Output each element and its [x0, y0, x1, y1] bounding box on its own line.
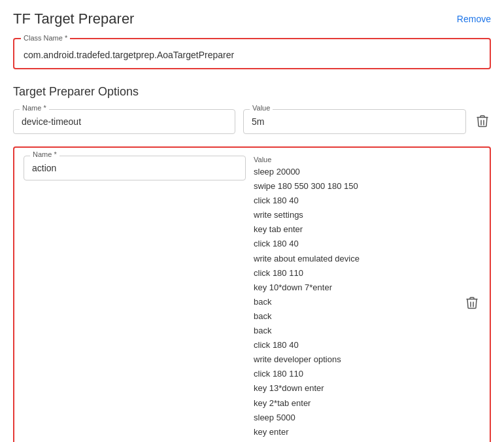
value-label-1: Value [250, 104, 273, 112]
option-value-field-1: Value [243, 109, 466, 134]
option-row-2: Name * Value sleep 20000 swipe 180 550 3… [13, 146, 491, 442]
name-label-2: Name * [30, 150, 59, 158]
name-input-2[interactable] [24, 156, 246, 180]
class-name-label: Class Name * [21, 34, 70, 42]
value-text-2: sleep 20000 swipe 180 550 300 180 150 cl… [254, 165, 456, 442]
options-section: Target Preparer Options Name * Value Nam… [13, 85, 491, 442]
name-label-1: Name * [20, 104, 49, 112]
delete-button-1[interactable] [474, 109, 491, 136]
delete-button-2[interactable] [463, 291, 480, 318]
class-name-value: com.android.tradefed.targetprep.AoaTarge… [24, 47, 480, 60]
value-input-1[interactable] [243, 109, 466, 134]
page-header: TF Target Preparer Remove [13, 10, 491, 27]
option-row-1: Name * Value [13, 109, 491, 136]
value-label-2: Value [254, 156, 456, 163]
class-name-section: Class Name * com.android.tradefed.target… [13, 38, 491, 69]
option-name-field-2: Name * [24, 156, 246, 180]
trash-icon-2 [466, 296, 478, 309]
option-name-field-1: Name * [13, 109, 235, 134]
option-value-field-2: Value sleep 20000 swipe 180 550 300 180 … [254, 156, 456, 442]
page-title: TF Target Preparer [13, 10, 134, 27]
name-input-1[interactable] [13, 109, 235, 134]
remove-link[interactable]: Remove [457, 14, 491, 24]
section-title: Target Preparer Options [13, 85, 491, 99]
trash-icon-1 [477, 114, 488, 128]
